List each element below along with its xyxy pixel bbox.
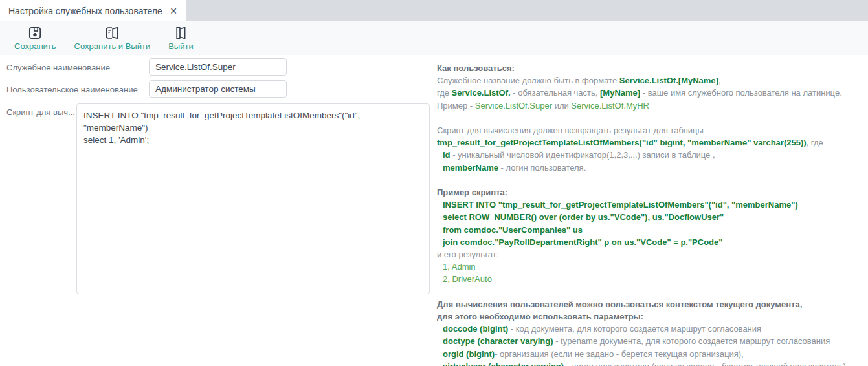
help-line: Для вычисления пользователей можно польз… (437, 298, 865, 310)
help-text-segment: , (718, 76, 721, 85)
help-line (437, 286, 865, 298)
service-name-input[interactable] (149, 58, 287, 76)
exit-icon (174, 25, 187, 41)
save-icon (28, 25, 42, 41)
user-name-input[interactable] (149, 80, 287, 98)
help-text-segment: join comdoc."PayRollDepartmentRight" p o… (443, 237, 722, 247)
help-text-segment: INSERT INTO "tmp_result_for_getProjectTe… (443, 200, 798, 210)
user-name-label: Пользовательское наименование (6, 85, 138, 94)
help-text-segment: Service.ListOf.Super (475, 101, 552, 111)
help-line: 2, DriverAuto (437, 273, 865, 285)
save-and-exit-icon (104, 25, 120, 41)
help-line: virtualuser (character varying) - логин … (437, 360, 865, 366)
help-line: tmp_result_for_getProjectTemplateListOfM… (437, 136, 865, 149)
save-and-exit-button[interactable]: Сохранить и Выйти (73, 24, 152, 52)
script-textarea[interactable]: INSERT INTO "tmp_result_for_getProjectTe… (76, 103, 430, 294)
close-icon[interactable]: ✕ (170, 6, 177, 16)
help-line: id - уникальный числовой идентификатор(1… (437, 149, 865, 161)
help-line: from comdoc."UserCompanies" us (437, 224, 865, 236)
help-text-segment: Пример скрипта: (437, 188, 507, 197)
help-text-segment: - обязательная часть, (511, 88, 600, 98)
help-line: Как пользоваться: (437, 62, 865, 74)
help-text-segment: doctype (character varying) (443, 336, 553, 346)
help-line: Скрипт для вычисления должен возвращать … (437, 124, 865, 136)
exit-button[interactable]: Выйти (167, 24, 195, 52)
help-text-segment: Service.ListOf.[MyName] (619, 76, 718, 85)
help-text-segment: orgid (bigint) (443, 349, 495, 359)
help-line: 1, Admin (437, 261, 865, 273)
help-text-segment: Служебное название должно быть в формате (437, 76, 619, 85)
tab-title: Настройка служебных пользователей (8, 6, 162, 16)
help-text-segment: - ваше имя служебного пользователя на ла… (640, 88, 842, 98)
help-text-segment: 1, Admin (443, 262, 476, 272)
save-and-exit-button-label: Сохранить и Выйти (74, 41, 151, 51)
help-text-segment: - typename документа, для которого созда… (553, 336, 830, 346)
help-line: memberName - логин пользователя. (437, 162, 865, 174)
help-line: для этого необходимо использовать параме… (437, 310, 865, 323)
help-text-segment: где (437, 88, 452, 98)
help-text-segment: - код документа, для которого создается … (508, 324, 761, 334)
help-text-segment: memberName (443, 163, 498, 173)
save-button-label: Сохранить (14, 41, 56, 51)
help-line: где Service.ListOf. - обязательная часть… (437, 87, 865, 99)
help-text-segment: Service.ListOf.MyHR (571, 101, 649, 111)
help-panel: Как пользоваться:Служебное название долж… (437, 62, 865, 366)
exit-button-label: Выйти (168, 41, 194, 51)
help-text-segment: - организация (если не задано - берется … (495, 349, 744, 359)
help-text-segment: [MyName] (600, 88, 640, 98)
help-line (437, 112, 865, 124)
help-text-segment: doccode (bigint) (443, 324, 508, 334)
help-text-segment: для этого необходимо использовать параме… (437, 312, 643, 321)
help-text-segment: virtualuser (character varying) (443, 361, 564, 366)
help-text-segment: - логин пользователя (если не задано - б… (564, 361, 848, 366)
help-text-segment: Как пользоваться: (437, 63, 515, 73)
help-line: select ROW_NUMBER() over (order by us."V… (437, 211, 865, 223)
help-text-segment: Для вычисления пользователей можно польз… (437, 299, 802, 309)
help-text-segment: Пример - (437, 101, 475, 111)
help-text-segment: Service.ListOf. (452, 88, 511, 98)
help-text-segment: и его результат: (437, 250, 498, 259)
help-text-segment: from comdoc."UserCompanies" us (443, 225, 583, 235)
help-text-segment: или (552, 101, 571, 111)
help-line: Пример - Service.ListOf.Super или Servic… (437, 100, 865, 112)
help-line: INSERT INTO "tmp_result_for_getProjectTe… (437, 199, 865, 211)
help-text-segment: - уникальный числовой идентификатор(1,2,… (451, 150, 715, 160)
tab-service-users-settings[interactable]: Настройка служебных пользователей ✕ (0, 0, 186, 21)
help-text-segment: 2, DriverAuto (443, 274, 492, 284)
save-button[interactable]: Сохранить (13, 24, 58, 52)
help-line: orgid (bigint)- организация (если не зад… (437, 348, 865, 360)
help-text-segment: - логин пользователя. (498, 163, 586, 173)
tab-bar: Настройка служебных пользователей ✕ (0, 0, 868, 21)
service-name-label: Служебное наименование (6, 63, 110, 72)
help-line: doccode (bigint) - код документа, для ко… (437, 323, 865, 335)
toolbar: Сохранить Сохранить и Выйти Выйти (0, 21, 868, 55)
help-line (437, 174, 865, 186)
content-area: Служебное наименование Пользовательское … (0, 55, 868, 366)
help-line: и его результат: (437, 248, 865, 261)
help-text-segment: id (443, 150, 451, 160)
help-text-segment: Скрипт для вычисления должен возвращать … (437, 125, 704, 135)
help-line: Пример скрипта: (437, 186, 865, 199)
help-text-segment: , где (807, 138, 823, 147)
help-line: join comdoc."PayRollDepartmentRight" p o… (437, 236, 865, 248)
script-label: Скрипт для выч... (6, 107, 75, 117)
help-text-segment: tmp_result_for_getProjectTemplateListOfM… (437, 138, 807, 147)
help-text-segment: select ROW_NUMBER() over (order by us."V… (443, 212, 724, 222)
help-line: Служебное название должно быть в формате… (437, 74, 865, 87)
help-line: doctype (character varying) - typename д… (437, 335, 865, 347)
